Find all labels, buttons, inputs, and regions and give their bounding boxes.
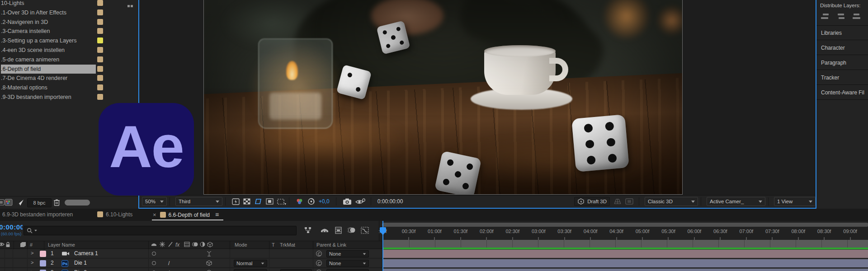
panel-button-content-aware-fil[interactable]: Content-Aware Fil <box>816 85 868 100</box>
tab-comp-6-9[interactable]: 6.9-3D bestanden importeren <box>2 209 73 220</box>
panel-button-paragraph[interactable]: Paragraph <box>816 56 868 70</box>
show-snapshot-eye-icon[interactable] <box>355 198 365 205</box>
parent-dropdown[interactable]: None <box>326 260 369 267</box>
draft-3d-button[interactable]: Draft 3D <box>574 197 610 206</box>
layer-row[interactable]: >1Camera 1None <box>0 249 383 258</box>
column-t[interactable]: T <box>272 242 275 248</box>
renderer-dropdown[interactable]: Classic 3D <box>645 197 698 206</box>
camera-view-dropdown[interactable]: Active Camer_ <box>707 197 765 206</box>
work-area-bar[interactable] <box>383 240 868 248</box>
shy-icon[interactable] <box>152 261 156 265</box>
timeline-scrollbar[interactable] <box>382 223 868 227</box>
tab-comp-6-6[interactable]: ×6.6-Depth of field≡ <box>153 209 219 220</box>
bit-depth-button[interactable]: 8 bpc <box>27 198 52 207</box>
label-square[interactable] <box>97 94 103 100</box>
trash-icon[interactable] <box>53 199 60 206</box>
layer-duration-bar[interactable] <box>383 249 868 258</box>
transparency-grid-icon[interactable] <box>243 198 250 205</box>
distribute-top-icon[interactable] <box>821 14 831 19</box>
label-square[interactable] <box>40 251 46 257</box>
magnification-dropdown[interactable]: 50% <box>142 197 167 206</box>
parent-dropdown[interactable]: None <box>326 269 369 271</box>
blend-mode-dropdown[interactable]: Normal <box>234 269 267 271</box>
label-square[interactable] <box>97 9 103 15</box>
render-paper-plane-icon[interactable] <box>15 199 24 206</box>
project-item[interactable]: .3-Setting up a camera Layers <box>0 36 138 45</box>
snapshot-camera-icon[interactable] <box>343 198 352 205</box>
project-item[interactable]: .4-een 3D scene instellen <box>0 46 138 55</box>
project-item[interactable]: .9-3D bestanden importeren <box>0 93 138 102</box>
layer-name[interactable]: Camera 1 <box>74 250 98 257</box>
layer-row[interactable]: >2PsDie 1/NormalNone <box>0 259 383 268</box>
3d-layer-icon[interactable] <box>206 260 212 266</box>
label-square[interactable] <box>97 84 103 90</box>
panel-button-character[interactable]: Character <box>816 41 868 55</box>
project-flowchart-icon[interactable] <box>5 199 13 206</box>
column-number[interactable]: # <box>30 242 33 248</box>
label-square[interactable] <box>97 47 103 53</box>
project-item[interactable]: .7-De Cinema 4D renderer <box>0 74 138 83</box>
exposure-value[interactable]: +0,0 <box>319 198 330 205</box>
blend-mode-dropdown[interactable]: Normal <box>234 260 267 267</box>
quality-icon[interactable]: / <box>168 260 170 266</box>
distribute-bottom-icon[interactable] <box>853 14 863 19</box>
fast-previews-icon[interactable] <box>232 198 240 205</box>
project-item[interactable]: .8-Material options <box>0 83 138 92</box>
tab-comp-6-10[interactable]: 6.10-Lights <box>97 209 132 220</box>
expander-icon[interactable]: > <box>31 269 33 271</box>
layer-name[interactable]: Die 1 <box>74 260 87 266</box>
footage-icon[interactable] <box>0 199 5 206</box>
layer-duration-bar[interactable] <box>383 259 868 267</box>
shy-icon[interactable] <box>152 252 156 256</box>
label-square[interactable] <box>97 19 103 25</box>
frame-blending-icon[interactable] <box>335 227 342 234</box>
column-parent-link[interactable]: Parent & Link <box>316 242 346 248</box>
time-ruler[interactable]: :00f00:30f01:00f01:30f02:00f02:30f03:00f… <box>379 221 868 241</box>
parent-pickwhip-icon[interactable] <box>316 260 322 266</box>
graph-editor-icon[interactable] <box>361 227 369 234</box>
layer-name[interactable]: Die 2 <box>74 269 87 271</box>
parent-dropdown[interactable]: None <box>326 250 369 257</box>
panel-button-tracker[interactable]: Tracker <box>816 70 868 85</box>
mask-roi-icon[interactable] <box>277 198 286 205</box>
label-square[interactable] <box>40 260 46 266</box>
label-square[interactable] <box>97 75 103 81</box>
project-item[interactable]: 10-Lights <box>0 0 138 8</box>
parent-pickwhip-icon[interactable] <box>316 251 322 257</box>
show-channel-icon[interactable] <box>296 198 304 205</box>
current-time-display[interactable]: 0:00:00:00 <box>0 223 23 231</box>
exposure-reset-icon[interactable] <box>307 198 315 205</box>
playhead-handle[interactable] <box>380 227 386 233</box>
view-layout-dropdown[interactable]: 1 View <box>774 197 816 206</box>
column-trkmat[interactable]: TrkMat <box>280 242 295 248</box>
expander-icon[interactable]: > <box>31 260 33 265</box>
comp-mini-flowchart-icon[interactable] <box>304 227 312 234</box>
project-item[interactable]: .3-Camera instellen <box>0 27 138 36</box>
label-square[interactable] <box>97 0 103 6</box>
label-square[interactable] <box>97 66 103 72</box>
layer-row[interactable]: >3PsDie 2/NormalNoneNone <box>0 268 383 271</box>
label-square[interactable] <box>97 28 103 34</box>
region-of-interest-icon[interactable] <box>254 198 262 205</box>
project-item[interactable]: .6-Depth of field <box>0 65 138 74</box>
column-layer-name[interactable]: Layer Name <box>48 242 75 248</box>
column-mode[interactable]: Mode <box>235 242 247 248</box>
shy-layers-icon[interactable] <box>320 227 329 234</box>
panel-squares-icon[interactable] <box>127 1 135 5</box>
expander-icon[interactable]: > <box>31 250 33 256</box>
layer-duration-bar[interactable] <box>383 268 868 271</box>
trkmat-dropdown[interactable]: None <box>280 269 312 271</box>
panel-menu-icon[interactable]: ≡ <box>215 211 219 218</box>
label-square[interactable] <box>97 56 103 62</box>
project-scrollbar-thumb[interactable] <box>65 200 90 206</box>
distribute-vcenter-icon[interactable] <box>837 14 847 19</box>
preview-time-display[interactable]: 0:00:00:00 <box>377 198 403 205</box>
resolution-dropdown[interactable]: Third <box>175 197 222 206</box>
project-item[interactable]: .1-Over 3D in After Effects <box>0 8 138 17</box>
close-icon[interactable]: × <box>153 211 156 218</box>
title-action-safe-icon[interactable] <box>266 198 274 205</box>
project-item[interactable]: .2-Navigeren in 3D <box>0 18 138 27</box>
label-square[interactable] <box>97 37 103 43</box>
project-item[interactable]: .5-de camera animeren <box>0 55 138 64</box>
panel-button-libraries[interactable]: Libraries <box>816 26 868 40</box>
